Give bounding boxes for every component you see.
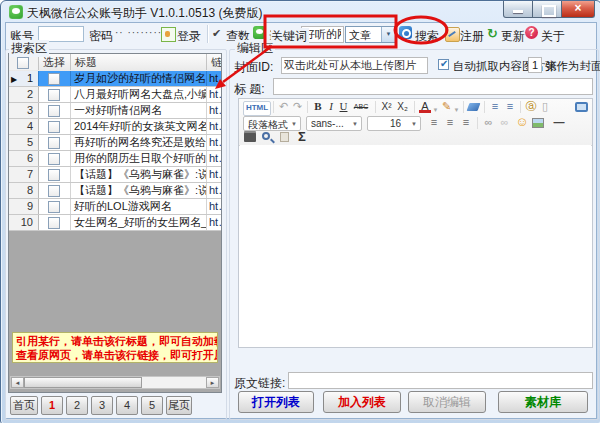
paste-icon[interactable] [280, 132, 289, 142]
add-to-list-button[interactable]: 加入列表 [323, 391, 401, 413]
table-row[interactable]: 9 好听的LOL游戏网名 ht… [9, 199, 221, 215]
row-title[interactable]: 女生网名_好听的女生网名_女生… [71, 215, 207, 230]
remove-link-icon[interactable]: ∞ [497, 116, 512, 129]
row-checkbox[interactable] [48, 121, 60, 133]
scrollbar-thumb[interactable] [24, 377, 142, 388]
table-row[interactable]: 3 一对好听情侣网名 ht… [9, 103, 221, 119]
formula-icon[interactable]: Σ [295, 130, 309, 143]
table-row[interactable]: 2 八月最好听网名大盘点,小编告诉… ht… [9, 87, 221, 103]
col-link[interactable]: 链接 [207, 54, 221, 70]
horizontal-rule-icon[interactable]: — [551, 116, 567, 129]
row-title[interactable]: 好听的LOL游戏网名 [71, 199, 207, 214]
align-left-icon[interactable]: ≡ [427, 116, 441, 129]
row-title[interactable]: 2014年好听的女孩英文网名推荐 … [71, 119, 207, 134]
align-right-icon[interactable]: ≡ [459, 116, 473, 129]
ordered-list-icon[interactable]: ≡ [488, 100, 502, 113]
anchor-icon[interactable]: ⓐ [524, 100, 538, 113]
minimize-button[interactable] [503, 1, 533, 18]
table-row[interactable]: 5 再好听的网名终究还是败给了备注. ht… [9, 135, 221, 151]
source-link-input[interactable] [288, 372, 593, 389]
bullet-list-icon[interactable]: ≡ [503, 100, 517, 113]
password-input[interactable]: ·· ········ [115, 27, 162, 38]
col-title[interactable]: 标题 [71, 54, 207, 70]
paragraph-format-select[interactable]: 段落格式▼ [243, 116, 301, 131]
row-link[interactable]: ht… [207, 71, 221, 86]
eraser-icon[interactable] [467, 103, 481, 111]
select-all-checkbox[interactable] [17, 57, 29, 69]
row-link[interactable]: ht… [207, 103, 221, 118]
underline-button[interactable]: U [338, 100, 349, 113]
table-row[interactable]: 7 【话题】《乌鸦与麻雀》:说说你… ht… [9, 167, 221, 183]
row-title[interactable]: 用你的阴历生日取个好听的网名… [71, 151, 207, 166]
table-row[interactable]: 10 女生网名_好听的女生网名_女生… ht… [9, 215, 221, 231]
row-link[interactable]: ht… [207, 135, 221, 150]
source-code-button[interactable]: HTML [243, 101, 271, 116]
scroll-left-icon[interactable]: ◄ [11, 377, 24, 388]
cancel-edit-button[interactable]: 取消编辑 [408, 391, 486, 413]
row-checkbox[interactable] [48, 169, 60, 181]
insert-image-icon[interactable] [532, 118, 544, 128]
article-title-input[interactable] [273, 78, 593, 95]
editor-content[interactable] [240, 145, 591, 346]
row-checkbox[interactable] [48, 89, 60, 101]
row-link[interactable]: ht… [207, 215, 221, 230]
insert-link-icon[interactable]: ∞ [481, 116, 496, 129]
row-title[interactable]: 一对好听情侣网名 [71, 103, 207, 118]
emoticon-icon[interactable]: ☺ [515, 115, 529, 128]
cover-index-input[interactable] [528, 57, 542, 73]
chevron-down-icon[interactable]: ▼ [381, 27, 395, 42]
redo-icon[interactable]: ↷ [291, 100, 304, 113]
search-button[interactable]: 搜索 [415, 28, 439, 45]
material-library-button[interactable]: 素材库 [498, 391, 588, 413]
page-button-2[interactable]: 2 [66, 396, 88, 415]
page-button-5[interactable]: 5 [141, 396, 163, 415]
font-size-select[interactable]: 16▼ [367, 116, 421, 131]
page-button-1[interactable]: 1 [41, 396, 63, 415]
row-link[interactable]: ht… [207, 87, 221, 102]
highlight-button[interactable]: ✎ [440, 100, 453, 113]
row-title[interactable]: 八月最好听网名大盘点,小编告诉… [71, 87, 207, 102]
table-row[interactable]: ▶1 岁月如沙的好听的情侣网名 ht… [9, 71, 221, 87]
row-checkbox[interactable] [48, 153, 60, 165]
undo-icon[interactable]: ↶ [277, 100, 290, 113]
row-checkbox[interactable] [48, 137, 60, 149]
row-title[interactable]: 再好听的网名终究还是败给了备注. [71, 135, 207, 150]
row-title[interactable]: 岁月如沙的好听的情侣网名 [71, 71, 207, 86]
about-button[interactable]: 关于 [541, 28, 565, 45]
text-color-button[interactable]: A [419, 100, 431, 113]
row-checkbox[interactable] [48, 201, 60, 213]
strikethrough-button[interactable]: ABC [351, 101, 371, 112]
update-button[interactable]: 更新 [501, 28, 525, 45]
register-button[interactable]: 注册 [460, 28, 484, 45]
font-family-select[interactable]: sans-...▼ [306, 116, 362, 131]
row-link[interactable]: ht… [207, 199, 221, 214]
row-checkbox[interactable] [48, 73, 60, 85]
row-title[interactable]: 【话题】《乌鸦与麻雀》:说说你… [71, 167, 207, 182]
table-row[interactable]: 6 用你的阴历生日取个好听的网名… ht… [9, 151, 221, 167]
login-button[interactable]: 登录 [177, 28, 201, 45]
table-row[interactable]: 8 【话题】《乌鸦与麻雀》:说说你… ht… [9, 183, 221, 199]
table-row[interactable]: 4 2014年好听的女孩英文网名推荐 … ht… [9, 119, 221, 135]
italic-button[interactable]: I [326, 100, 336, 113]
bold-button[interactable]: B [312, 100, 324, 113]
cover-id-input[interactable] [281, 57, 428, 74]
row-checkbox[interactable] [48, 185, 60, 197]
subscript-button[interactable]: X₂ [395, 100, 410, 113]
row-link[interactable]: ht… [207, 167, 221, 182]
page-first-button[interactable]: 首页 [10, 396, 38, 415]
row-link[interactable]: ht… [207, 151, 221, 166]
page-button-4[interactable]: 4 [116, 396, 138, 415]
page-button-3[interactable]: 3 [91, 396, 113, 415]
row-link[interactable]: ht… [207, 119, 221, 134]
print-icon[interactable] [244, 133, 256, 142]
auto-capture-checkbox[interactable]: ✔ [438, 59, 449, 70]
scroll-right-icon[interactable]: ► [206, 377, 219, 388]
row-checkbox[interactable] [48, 217, 60, 229]
new-page-icon[interactable]: ▯ [539, 100, 551, 113]
horizontal-scrollbar[interactable]: ◄ ► [10, 376, 220, 389]
maximize-button[interactable] [532, 1, 562, 18]
align-center-icon[interactable]: ≡ [443, 116, 457, 129]
open-list-button[interactable]: 打开列表 [238, 391, 314, 413]
row-link[interactable]: ht… [207, 183, 221, 198]
row-title[interactable]: 【话题】《乌鸦与麻雀》:说说你… [71, 183, 207, 198]
